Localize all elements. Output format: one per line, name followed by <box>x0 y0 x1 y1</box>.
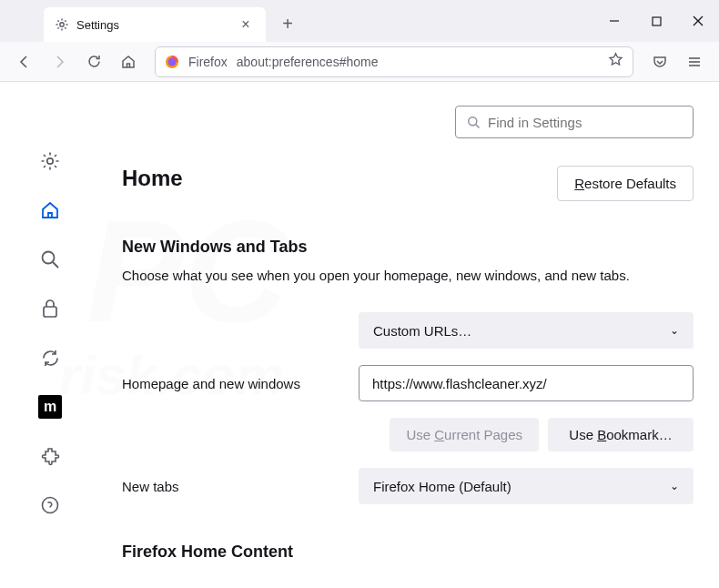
svg-point-2 <box>60 23 64 26</box>
forward-button[interactable] <box>44 46 75 77</box>
search-input[interactable] <box>488 115 682 130</box>
svg-line-18 <box>476 124 480 127</box>
newtabs-label: New tabs <box>122 479 359 494</box>
reload-button[interactable] <box>78 46 109 77</box>
sidebar-help-icon[interactable] <box>38 493 62 517</box>
newtabs-select[interactable]: Firefox Home (Default) ⌄ <box>359 468 694 504</box>
sidebar-privacy-icon[interactable] <box>38 297 62 320</box>
svg-rect-4 <box>653 17 661 25</box>
url-text: about:preferences#home <box>237 55 599 69</box>
section-description: Choose what you see when you open your h… <box>122 268 694 283</box>
select-value: Firefox Home (Default) <box>373 479 511 494</box>
maximize-button[interactable] <box>635 0 677 42</box>
svg-line-14 <box>53 262 58 268</box>
minimize-button[interactable] <box>593 0 635 42</box>
pocket-button[interactable] <box>644 46 675 77</box>
close-icon[interactable]: × <box>237 15 255 34</box>
search-icon <box>467 116 481 129</box>
chevron-down-icon: ⌄ <box>670 324 679 337</box>
settings-search[interactable] <box>455 106 694 138</box>
close-window-button[interactable] <box>677 0 719 42</box>
svg-point-13 <box>43 252 55 264</box>
svg-point-16 <box>43 498 58 513</box>
tab-strip: Settings × + <box>0 0 719 42</box>
window-controls <box>593 0 719 42</box>
homepage-select[interactable]: Custom URLs… ⌄ <box>359 312 694 349</box>
restore-defaults-button[interactable]: Restore Defaults <box>557 166 694 201</box>
sidebar-mozilla-icon[interactable]: m <box>38 395 62 419</box>
svg-point-12 <box>47 158 53 164</box>
tab-settings[interactable]: Settings × <box>44 7 266 42</box>
sidebar-home-icon[interactable] <box>38 198 62 222</box>
menu-button[interactable] <box>679 46 710 77</box>
back-button[interactable] <box>9 46 40 77</box>
sidebar-extensions-icon[interactable] <box>38 444 62 468</box>
section-heading: New Windows and Tabs <box>122 238 694 257</box>
sidebar-sync-icon[interactable] <box>38 346 62 370</box>
svg-point-17 <box>469 117 477 125</box>
sidebar-general-icon[interactable] <box>38 149 62 173</box>
sidebar: m <box>0 82 100 588</box>
bookmark-star-icon[interactable] <box>608 52 623 71</box>
home-button[interactable] <box>113 46 144 77</box>
tab-title: Settings <box>76 18 237 32</box>
use-current-pages-button[interactable]: Use Current Pages <box>390 418 539 451</box>
gear-icon <box>55 17 69 32</box>
firefox-home-content-heading: Firefox Home Content <box>122 542 694 562</box>
url-bar[interactable]: Firefox about:preferences#home <box>155 46 633 77</box>
homepage-row-label: Homepage and new windows <box>122 376 359 391</box>
page-title: Home <box>122 166 183 191</box>
url-identity: Firefox <box>188 55 228 69</box>
firefox-icon <box>165 55 179 69</box>
select-value: Custom URLs… <box>373 323 471 339</box>
toolbar: Firefox about:preferences#home <box>0 42 719 82</box>
new-tab-button[interactable]: + <box>273 9 302 38</box>
main-panel: Home Restore Defaults New Windows and Ta… <box>100 82 719 588</box>
use-bookmark-button[interactable]: Use Bookmark… <box>548 418 694 451</box>
sidebar-search-icon[interactable] <box>38 248 62 271</box>
svg-rect-15 <box>44 307 56 317</box>
homepage-url-input[interactable] <box>359 365 694 401</box>
chevron-down-icon: ⌄ <box>670 480 679 492</box>
